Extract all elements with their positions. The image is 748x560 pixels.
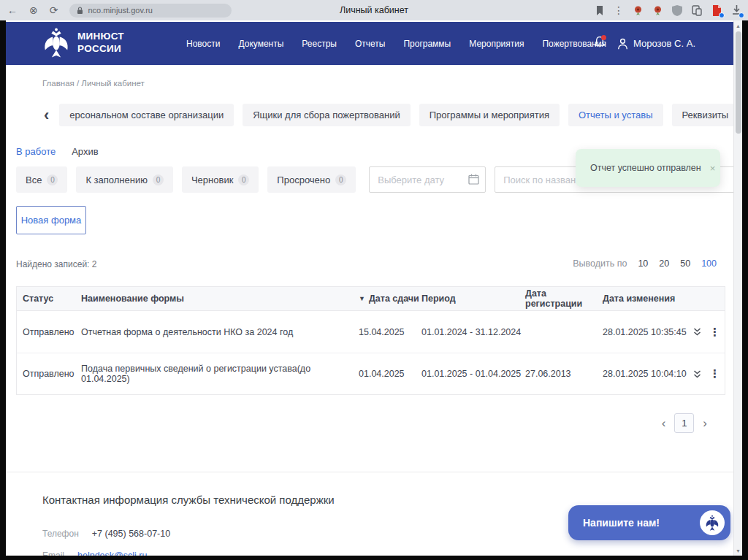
lock-icon [77,7,83,15]
ministry-logo[interactable]: МИНЮСТ РОССИИ [42,27,124,59]
row-menu-icon[interactable]: ⋮ [709,326,720,339]
per-page-10[interactable]: 10 [638,258,648,269]
nav-item-events[interactable]: Мероприятия [469,39,524,49]
scrollbar-down-icon[interactable]: ▼ [734,545,742,556]
toast-message: Отчет успешно отправлен [590,163,701,173]
view-tab-archive[interactable]: Архив [72,146,98,157]
toast-close-icon[interactable]: × [710,163,716,174]
email-link[interactable]: helpdesk@scli.ru [77,551,147,556]
eagle-emblem-icon [42,27,70,59]
filter-to-fill[interactable]: К заполнению 0 [76,166,173,193]
screen-frame: ← ⊗ ⟳ nco.minjust.gov.ru Личный кабинет … [0,0,748,560]
tab-personnel[interactable]: ерсональном составе организации [59,104,234,126]
row-form-name: Подача первичных сведений о регистрации … [81,364,359,384]
nav-item-news[interactable]: Новости [186,39,220,49]
site-header: МИНЮСТ РОССИИ Новости Документы Реестры … [6,22,733,65]
row-modified-date: 28.01.2025 10:04:10 [603,369,688,379]
filter-all[interactable]: Все 0 [16,166,67,193]
url-text: nco.minjust.gov.ru [88,6,152,15]
filter-draft-count: 0 [238,174,249,185]
breadcrumb[interactable]: Главная / Личный кабинет [42,79,145,88]
pdf-extension-icon[interactable] [711,4,722,16]
row-due-date: 15.04.2025 [359,327,421,337]
table-header-row: Статус Наименование формы ▼ Дата сдачи П… [17,287,725,311]
found-records-label: Найдено записей: 2 [16,259,96,269]
row-status: Отправлено [23,327,81,337]
stop-icon[interactable]: ⊗ [29,5,38,15]
col-period: Период [421,294,525,304]
filter-to-fill-count: 0 [153,174,164,185]
notifications-bell-icon[interactable] [594,36,606,52]
extension-flower-icon-2[interactable] [652,4,663,16]
row-status: Отправлено [23,369,81,379]
shield-extension-icon[interactable] [671,4,683,16]
clipboard-extension-icon[interactable] [691,4,703,16]
user-menu[interactable]: Морозов С. А. [617,38,695,50]
col-registration-date: Дата регистрации [525,288,603,309]
sort-desc-icon: ▼ [359,295,365,302]
row-menu-icon[interactable]: ⋮ [709,367,720,380]
nav-item-reports[interactable]: Отчеты [355,39,385,49]
download-extension-icon[interactable] [730,4,742,16]
filter-all-label: Все [26,174,42,185]
nav-item-documents[interactable]: Документы [238,39,283,49]
page-scrollbar[interactable]: ▲ ▼ [733,20,742,556]
extension-flower-icon-1[interactable] [632,4,644,16]
filter-draft-label: Черновик [191,174,233,185]
refresh-icon[interactable]: ⟳ [50,5,58,15]
tab-reports-charters[interactable]: Отчеты и уставы [568,104,663,126]
page-number[interactable]: 1 [674,413,694,433]
page-prev-icon[interactable]: ‹ [662,417,666,429]
table-row[interactable]: Отправлено Подача первичных сведений о р… [17,353,725,394]
pagination: ‹ 1 › [662,413,707,433]
per-page-label: Выводить по [573,258,627,269]
footer-divider [6,472,733,472]
nav-item-programs[interactable]: Программы [403,39,451,49]
row-period: 01.01.2024 - 31.12.2024 [421,327,525,337]
new-form-button[interactable]: Новая форма [16,206,86,234]
scrollbar-thumb[interactable] [736,31,741,134]
reports-table: Статус Наименование формы ▼ Дата сдачи П… [16,286,725,395]
per-page-20[interactable]: 20 [659,258,669,269]
row-modified-date: 28.01.2025 10:35:45 [603,327,688,337]
expand-double-chevron-icon[interactable] [692,327,702,337]
section-tabs: ‹ ерсональном составе организации Ящики … [42,104,742,126]
calendar-icon[interactable] [468,174,479,185]
chat-eagle-emblem-icon [700,510,725,535]
logo-line-1: МИНЮСТ [77,31,124,43]
per-page-50[interactable]: 50 [680,258,690,269]
user-icon [617,38,628,50]
filter-to-fill-label: К заполнению [85,174,148,185]
back-icon[interactable]: ← [7,5,18,15]
contact-us-button[interactable]: Напишите нам! [568,505,730,540]
browser-menu-icon[interactable]: ⋮ [614,5,624,15]
row-registration-date: 27.06.2013 [525,369,603,379]
filter-overdue[interactable]: Просрочено 0 [267,166,356,193]
expand-double-chevron-icon[interactable] [692,369,702,379]
tabs-scroll-left-icon[interactable]: ‹ [42,105,50,126]
phone-label: Телефон [42,529,79,539]
row-form-name: Отчетная форма о деятельности НКО за 202… [81,327,359,337]
col-due-date[interactable]: ▼ Дата сдачи [359,294,421,304]
download-badge [739,12,744,18]
tab-programs-events[interactable]: Программы и мероприятия [419,104,560,126]
view-tab-in-work[interactable]: В работе [16,146,56,157]
filter-draft[interactable]: Черновик 0 [182,166,259,193]
tab-donation-boxes[interactable]: Ящики для сбора пожертвований [243,104,411,126]
footer-heading: Контактная информация службы технической… [42,494,335,506]
row-period: 01.01.2025 - 01.04.2025 [421,369,525,379]
tab-requisites[interactable]: Реквизиты [672,104,739,126]
nav-item-registries[interactable]: Реестры [302,39,337,49]
per-page-100[interactable]: 100 [701,258,717,269]
address-bar[interactable]: nco.minjust.gov.ru [69,4,232,18]
bookmark-icon[interactable] [594,4,606,16]
phone-value: +7 (495) 568-07-10 [92,529,170,539]
table-row[interactable]: Отправлено Отчетная форма о деятельности… [17,311,725,353]
page-next-icon[interactable]: › [703,417,707,429]
col-status: Статус [23,294,81,304]
filter-all-count: 0 [47,174,58,185]
scrollbar-up-icon[interactable]: ▲ [734,20,742,31]
contact-us-label: Напишите нам! [583,517,660,529]
col-modified-date: Дата изменения [603,294,688,304]
row-due-date: 01.04.2025 [359,369,421,379]
